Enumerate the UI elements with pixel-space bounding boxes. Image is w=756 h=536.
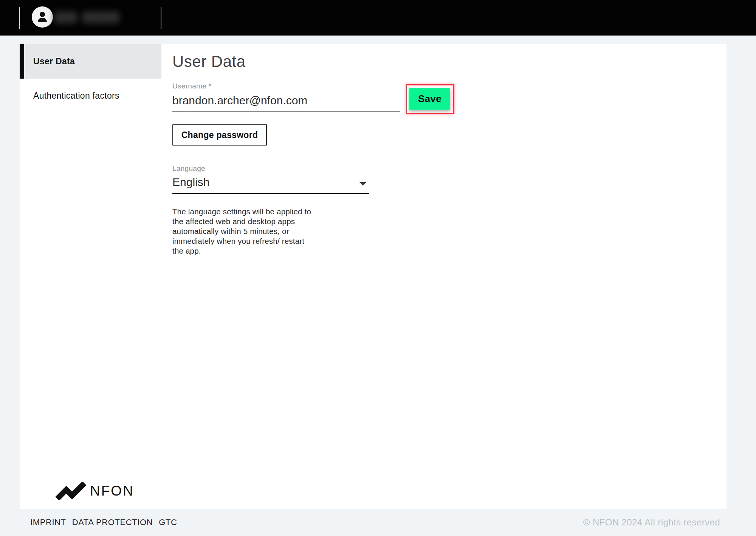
- footer: IMPRINT DATA PROTECTION GTC © NFON 2024 …: [0, 509, 756, 536]
- nfon-logo: NFON: [55, 482, 134, 500]
- username-input[interactable]: [172, 94, 400, 112]
- nfon-logo-text: NFON: [90, 483, 134, 499]
- topbar-divider-right: [161, 7, 161, 29]
- annotation-highlight-box: Save: [406, 84, 454, 114]
- save-button[interactable]: Save: [409, 88, 450, 110]
- sidebar: User Data Authentication factors: [20, 44, 161, 113]
- language-help-text: The language settings will be applied to…: [172, 207, 315, 256]
- settings-card: User Data Authentication factors User Da…: [20, 44, 727, 509]
- redacted-text-blob: [54, 11, 77, 23]
- redacted-username: [54, 8, 120, 26]
- avatar[interactable]: [32, 6, 53, 28]
- imprint-link[interactable]: IMPRINT: [30, 517, 66, 527]
- username-label: Username *: [172, 82, 400, 90]
- page-title: User Data: [172, 53, 246, 71]
- nfon-logo-mark-icon: [55, 482, 88, 500]
- footer-links: IMPRINT DATA PROTECTION GTC: [30, 517, 177, 527]
- language-label: Language: [172, 164, 369, 173]
- sidebar-item-user-data[interactable]: User Data: [20, 44, 161, 79]
- topbar: [0, 0, 756, 36]
- topbar-divider-left: [19, 7, 20, 29]
- sidebar-item-label: User Data: [33, 56, 75, 67]
- user-icon: [37, 11, 48, 23]
- language-value: English: [172, 176, 209, 188]
- username-field: Username *: [172, 82, 400, 112]
- sidebar-item-label: Authentication factors: [33, 91, 119, 101]
- copyright: © NFON 2024 All rights reserved: [583, 517, 720, 528]
- sidebar-item-authentication-factors[interactable]: Authentication factors: [20, 79, 161, 113]
- language-select[interactable]: English: [172, 176, 369, 194]
- gtc-link[interactable]: GTC: [159, 517, 177, 527]
- data-protection-link[interactable]: DATA PROTECTION: [72, 517, 153, 527]
- language-field: Language English: [172, 164, 369, 194]
- change-password-button[interactable]: Change password: [172, 124, 267, 146]
- dropdown-caret-icon: [359, 182, 366, 186]
- redacted-text-blob: [82, 11, 120, 23]
